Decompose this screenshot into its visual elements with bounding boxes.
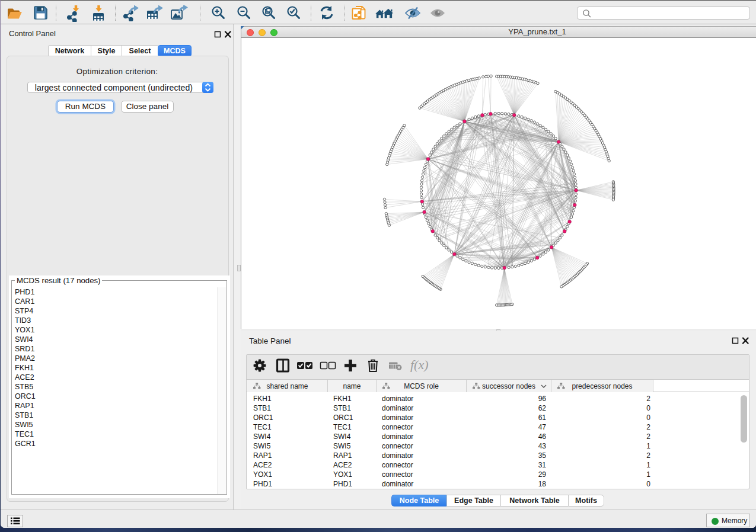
svg-text:f(x): f(x)	[410, 357, 429, 372]
